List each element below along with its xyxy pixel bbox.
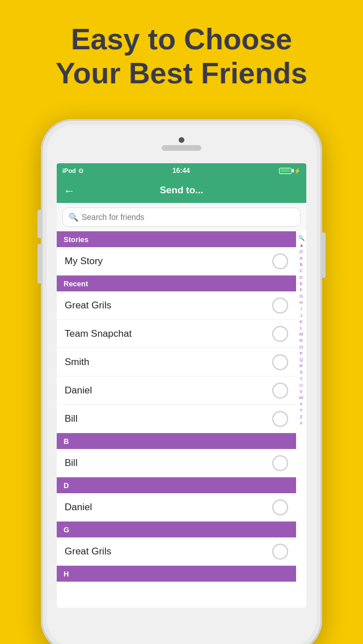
list-item[interactable]: Great Grils [57, 537, 296, 566]
radio-bill[interactable] [272, 455, 288, 471]
search-bar-wrapper: 🔍 [57, 203, 306, 231]
alpha-a[interactable]: A [299, 255, 302, 261]
item-name-great-grils-alpha: Great Grils [65, 546, 111, 557]
alpha-m[interactable]: M [299, 331, 303, 337]
page-background: Easy to Choose Your Best Friends iPod ⊙ … [0, 0, 363, 644]
list-item[interactable]: Daniel [57, 493, 296, 522]
alpha-p[interactable]: P [299, 350, 302, 357]
list-item[interactable]: Great Grils [57, 291, 296, 320]
item-name-smith: Smith [65, 357, 89, 368]
phone-button-mute [37, 210, 41, 238]
list-container: Stories My Story Recent Great Grils [57, 231, 306, 608]
alpha-i[interactable]: I [301, 306, 302, 312]
list-item[interactable]: My Story [57, 247, 296, 276]
alpha-u[interactable]: U [299, 382, 303, 388]
phone-button-power [322, 232, 326, 278]
alpha-d[interactable]: D [299, 274, 303, 281]
section-header-b: B [57, 433, 296, 449]
headline-line1: Easy to Choose [71, 23, 292, 56]
section-header-stories: Stories [57, 231, 296, 247]
alpha-o[interactable]: O [299, 344, 303, 350]
radio-bill-recent[interactable] [272, 411, 288, 427]
item-name-my-story: My Story [65, 256, 103, 267]
alpha-t[interactable]: T [300, 376, 303, 382]
page-header: Easy to Choose Your Best Friends [0, 0, 363, 102]
alpha-star[interactable]: ★ [299, 243, 303, 249]
back-button[interactable]: ← [64, 184, 75, 197]
alpha-b[interactable]: B [299, 261, 302, 268]
alpha-w[interactable]: W [299, 395, 303, 401]
search-bar[interactable]: 🔍 [62, 207, 301, 227]
phone-camera [179, 137, 184, 143]
section-header-d: D [57, 477, 296, 493]
alpha-s[interactable]: S [299, 369, 302, 375]
phone-inner: iPod ⊙ 16:44 ⚡ ← Send to... [47, 125, 316, 644]
alpha-f[interactable]: F [300, 287, 303, 293]
status-right: ⚡ [279, 168, 301, 174]
alpha-y[interactable]: Y [299, 407, 302, 413]
list-scroll[interactable]: Stories My Story Recent Great Grils [57, 231, 296, 608]
nav-bar: ← Send to... [57, 178, 306, 203]
alpha-search-icon[interactable]: 🔍 [298, 235, 305, 242]
list-item[interactable]: Smith [57, 348, 296, 376]
alpha-v[interactable]: V [299, 388, 302, 395]
alpha-l[interactable]: L [300, 325, 302, 331]
alpha-r[interactable]: R [299, 363, 303, 369]
headline-line2: Your Best Friends [56, 57, 307, 90]
alpha-hash[interactable]: # [300, 420, 302, 426]
item-name-bill-recent: Bill [65, 413, 78, 425]
phone-frame: iPod ⊙ 16:44 ⚡ ← Send to... [41, 119, 322, 644]
list-item[interactable]: Bill [57, 449, 296, 477]
phone-button-volume [37, 244, 41, 283]
radio-my-story[interactable] [272, 253, 288, 269]
phone-screen: iPod ⊙ 16:44 ⚡ ← Send to... [57, 163, 306, 608]
wifi-icon: ⊙ [78, 167, 83, 175]
radio-team-snapchat[interactable] [272, 326, 288, 342]
radio-daniel[interactable] [272, 499, 288, 515]
list-item[interactable]: Bill [57, 405, 296, 433]
battery-fill [280, 169, 290, 172]
battery-icon [279, 168, 292, 174]
section-header-recent: Recent [57, 276, 296, 291]
item-name-daniel-recent: Daniel [65, 385, 92, 396]
section-header-g: G [57, 522, 296, 537]
item-name-team-snapchat: Team Snapchat [65, 328, 132, 340]
alpha-h[interactable]: H [299, 299, 303, 306]
section-header-h: H [57, 566, 296, 582]
status-left: iPod ⊙ [62, 167, 83, 175]
item-name-great-grils: Great Grils [65, 300, 111, 311]
alpha-x[interactable]: X [299, 401, 302, 407]
radio-smith[interactable] [272, 354, 288, 370]
phone-speaker [162, 145, 201, 151]
list-item[interactable]: Team Snapchat [57, 320, 296, 348]
alpha-j[interactable]: J [300, 312, 302, 319]
carrier-label: iPod [62, 167, 76, 174]
search-icon: 🔍 [69, 213, 78, 222]
radio-great-grils[interactable] [272, 298, 288, 313]
status-bar: iPod ⊙ 16:44 ⚡ [57, 163, 306, 178]
charging-icon: ⚡ [294, 168, 301, 174]
radio-daniel-recent[interactable] [272, 383, 288, 399]
radio-great-grils-alpha[interactable] [272, 544, 288, 560]
nav-title: Send to... [160, 185, 204, 196]
alpha-n[interactable]: N [299, 337, 303, 344]
alpha-clock[interactable]: ⏱ [299, 249, 303, 255]
item-name-bill: Bill [65, 457, 78, 469]
item-name-daniel: Daniel [65, 502, 92, 513]
alpha-g[interactable]: G [299, 293, 303, 299]
alpha-e[interactable]: E [299, 281, 302, 287]
alpha-z[interactable]: Z [300, 414, 303, 420]
status-time: 16:44 [172, 167, 190, 175]
search-input[interactable] [82, 213, 294, 222]
alpha-q[interactable]: Q [299, 357, 303, 363]
alpha-index: 🔍 ★ ⏱ A B C D E F G H I J K L [296, 231, 306, 608]
list-item[interactable]: Daniel [57, 376, 296, 405]
alpha-c[interactable]: C [299, 268, 303, 274]
alpha-k[interactable]: K [299, 319, 302, 325]
